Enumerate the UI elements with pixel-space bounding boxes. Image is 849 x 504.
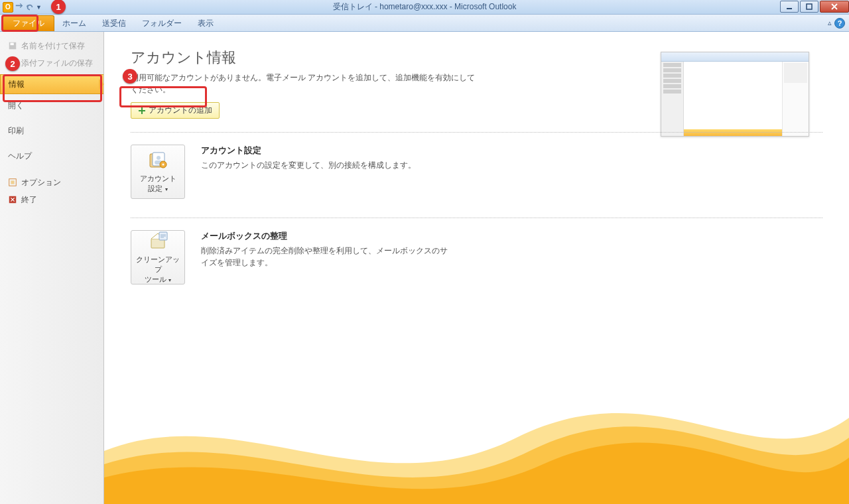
account-settings-icon: [147, 150, 168, 171]
sidebar-info-label: 情報: [9, 79, 25, 90]
tab-view[interactable]: 表示: [190, 15, 222, 31]
annotation-callout-2: 2: [5, 56, 20, 71]
sidebar-exit[interactable]: 終了: [0, 191, 103, 208]
svg-point-11: [157, 156, 161, 160]
account-settings-button[interactable]: アカウント設定 ▾: [131, 145, 185, 199]
dropdown-arrow-icon: ▾: [165, 186, 168, 192]
svg-rect-1: [807, 4, 812, 9]
backstage-view: 名前を付けて保存 添付ファイルの保存 情報 開く 印刷 ヘルプ オプション 終了…: [0, 32, 849, 504]
sidebar-save-as-label: 名前を付けて保存: [21, 40, 85, 52]
svg-rect-3: [11, 43, 14, 46]
minimize-button[interactable]: [780, 1, 799, 13]
cleanup-btn-line1: クリーンアップ: [136, 255, 180, 273]
cleanup-icon: [147, 231, 168, 252]
close-button[interactable]: [820, 1, 849, 13]
svg-rect-7: [11, 180, 14, 184]
annotation-callout-1: 1: [51, 0, 66, 14]
tab-file[interactable]: ファイル: [3, 15, 54, 31]
account-info-description: 利用可能なアカウントがありません。電子メール アカウントを追加して、追加機能を有…: [131, 72, 476, 95]
cleanup-title: メールボックスの整理: [201, 230, 453, 242]
ribbon-tab-row: ファイル ホーム 送受信 フォルダー 表示 ▵ ?: [0, 15, 849, 32]
cleanup-body: 削除済みアイテムの完全削除や整理を利用して、メールボックスのサイズを管理します。: [201, 245, 453, 269]
account-settings-section: アカウント設定 ▾ アカウント設定 このアカウントの設定を変更して、別の接続を構…: [131, 132, 822, 214]
title-bar: O ▼ 受信トレイ - hometaro@xxx.xxx - Microsoft…: [0, 0, 849, 15]
maximize-button[interactable]: [800, 1, 818, 13]
quick-access-toolbar: O ▼: [0, 2, 44, 13]
annotation-callout-3: 3: [123, 69, 137, 84]
cleanup-tools-button[interactable]: クリーンアップツール ▾: [131, 230, 185, 284]
backstage-sidebar: 名前を付けて保存 添付ファイルの保存 情報 開く 印刷 ヘルプ オプション 終了: [0, 32, 104, 504]
account-info-heading: アカウント情報: [131, 48, 822, 68]
outlook-app-icon: O: [3, 2, 13, 13]
qat-dropdown-icon[interactable]: ▼: [36, 4, 42, 11]
sidebar-help-label: ヘルプ: [8, 151, 32, 162]
sidebar-save-attachments-label: 添付ファイルの保存: [21, 58, 93, 69]
tab-folder[interactable]: フォルダー: [134, 15, 190, 31]
plus-icon: [138, 107, 146, 115]
svg-rect-0: [787, 8, 792, 9]
tab-home[interactable]: ホーム: [54, 15, 94, 31]
sidebar-options-label: オプション: [21, 177, 61, 188]
sidebar-save-as: 名前を付けて保存: [0, 37, 103, 54]
qat-send-receive-icon[interactable]: [15, 3, 24, 12]
dropdown-arrow-icon: ▾: [168, 277, 171, 283]
account-settings-body: このアカウントの設定を変更して、別の接続を構成します。: [201, 159, 416, 171]
window-controls: [779, 1, 849, 14]
options-icon: [8, 178, 17, 187]
save-as-icon: [8, 41, 17, 50]
sidebar-open-label: 開く: [8, 100, 24, 111]
cleanup-section: クリーンアップツール ▾ メールボックスの整理 削除済みアイテムの完全削除や整理…: [131, 218, 822, 299]
minimize-ribbon-icon[interactable]: ▵: [828, 19, 832, 27]
exit-icon: [8, 195, 17, 204]
window-title: 受信トレイ - hometaro@xxx.xxx - Microsoft Out…: [333, 1, 517, 13]
backstage-content: アカウント情報 利用可能なアカウントがありません。電子メール アカウントを追加し…: [104, 32, 849, 504]
account-settings-btn-line2: 設定: [148, 184, 163, 192]
sidebar-help[interactable]: ヘルプ: [0, 147, 103, 164]
sidebar-exit-label: 終了: [21, 194, 37, 206]
sidebar-print[interactable]: 印刷: [0, 122, 103, 139]
tab-send-receive[interactable]: 送受信: [94, 15, 134, 31]
add-account-button-label: アカウントの追加: [149, 105, 212, 116]
account-settings-title: アカウント設定: [201, 145, 416, 157]
help-button[interactable]: ?: [834, 18, 845, 29]
decorative-wave: [104, 358, 849, 504]
sidebar-info[interactable]: 情報: [0, 74, 103, 94]
svg-point-14: [163, 164, 164, 166]
account-settings-btn-line1: アカウント: [140, 174, 176, 182]
cleanup-btn-line2: ツール: [145, 275, 166, 283]
sidebar-open[interactable]: 開く: [0, 97, 103, 114]
add-account-button[interactable]: アカウントの追加: [131, 102, 220, 119]
sidebar-print-label: 印刷: [8, 125, 24, 137]
qat-undo-icon[interactable]: [25, 3, 34, 12]
sidebar-options[interactable]: オプション: [0, 174, 103, 191]
